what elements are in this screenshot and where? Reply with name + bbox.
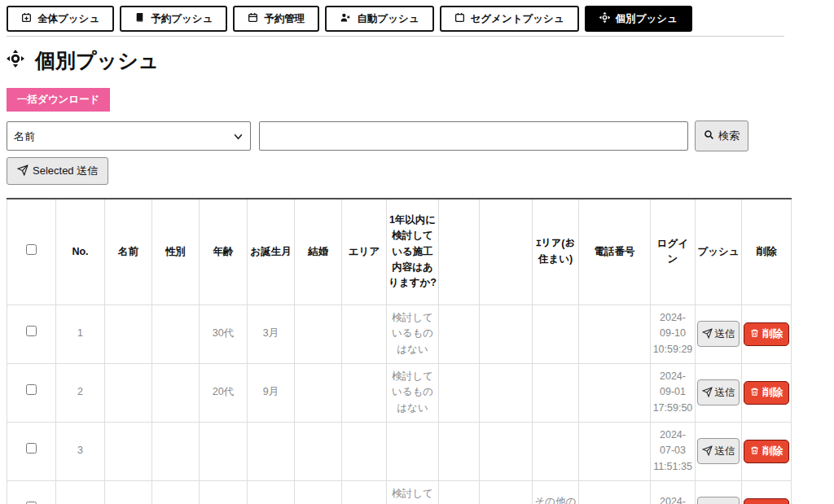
header-empty-2 bbox=[480, 199, 533, 305]
row-checkbox[interactable] bbox=[26, 384, 37, 395]
cell-gender bbox=[152, 480, 200, 504]
cell-empty-2 bbox=[480, 480, 533, 504]
cell-age: 30代 bbox=[200, 480, 248, 504]
calendar-icon bbox=[248, 12, 258, 25]
delete-button[interactable]: 削除 bbox=[744, 322, 789, 346]
cell-gender bbox=[152, 422, 200, 480]
tabbar-divider bbox=[7, 36, 784, 37]
cell-name bbox=[105, 363, 152, 422]
send-button-label: 送信 bbox=[715, 387, 735, 398]
tab-label: 全体プッシュ bbox=[37, 12, 99, 26]
selected-send-button[interactable]: Selected 送信 bbox=[7, 157, 108, 185]
search-field-select[interactable]: 名前 bbox=[7, 121, 251, 151]
header-area: エリア bbox=[342, 199, 387, 305]
send-button[interactable]: 送信 bbox=[697, 379, 740, 405]
header-empty-1 bbox=[439, 199, 480, 305]
send-button[interactable]: 送信 bbox=[697, 438, 740, 464]
cell-renovation-plan bbox=[387, 422, 439, 480]
header-delete: 削除 bbox=[742, 199, 792, 305]
tab-segment-push[interactable]: セグメントプッシュ bbox=[440, 6, 579, 32]
trash-icon bbox=[750, 445, 759, 458]
bulk-download-button[interactable]: 一括ダウンロード bbox=[7, 88, 110, 112]
row-checkbox[interactable] bbox=[26, 443, 37, 454]
cell-no: 1 bbox=[56, 305, 105, 363]
select-all-checkbox[interactable] bbox=[26, 244, 37, 255]
delete-button[interactable]: 削除 bbox=[744, 440, 789, 463]
cell-renovation-plan: 検討しているものはない bbox=[387, 363, 439, 422]
users-table: No. 名前 性別 年齢 お誕生月 結婚 エリア 1年以内に検討している施工内容… bbox=[7, 198, 792, 504]
send-button-label: 送信 bbox=[715, 328, 735, 340]
cell-no: 3 bbox=[56, 422, 105, 480]
cell-birth-month: 3月 bbox=[248, 305, 295, 363]
cell-age: 20代 bbox=[200, 363, 248, 422]
search-button[interactable]: 検索 bbox=[695, 121, 748, 151]
cell-name bbox=[105, 305, 152, 363]
header-login: ログイン bbox=[651, 199, 696, 305]
tab-bar: 全体プッシュ 予約プッシュ 予約管理 自動プッシュ セグメントプッシュ 個別プッ… bbox=[7, 6, 834, 32]
selected-send-label: Selected 送信 bbox=[33, 164, 98, 178]
cell-married bbox=[295, 305, 342, 363]
cell-birth-month: 9月 bbox=[248, 363, 295, 422]
delete-button-label: 削除 bbox=[762, 445, 783, 458]
cell-married bbox=[295, 363, 342, 422]
header-select-all bbox=[7, 199, 56, 305]
cell-married bbox=[295, 422, 342, 480]
cell-login: 2024-10-25 bbox=[651, 480, 696, 504]
send-button[interactable]: 送信 bbox=[697, 321, 740, 347]
cell-area-residence: その他の東京都 bbox=[533, 480, 579, 504]
table-row: 3 2024-07-03 11:51:35 送信 削除 bbox=[7, 422, 792, 480]
cell-area bbox=[342, 305, 387, 363]
header-no: No. bbox=[56, 199, 105, 305]
tab-yoyaku-kanri[interactable]: 予約管理 bbox=[233, 6, 319, 32]
user-x-icon bbox=[340, 12, 351, 25]
move-icon bbox=[599, 12, 610, 25]
table-header-row: No. 名前 性別 年齢 お誕生月 結婚 エリア 1年以内に検討している施工内容… bbox=[7, 199, 792, 305]
row-checkbox[interactable] bbox=[26, 326, 37, 336]
tab-jidou-push[interactable]: 自動プッシュ bbox=[325, 6, 433, 32]
page-root: 全体プッシュ 予約プッシュ 予約管理 自動プッシュ セグメントプッシュ 個別プッ… bbox=[0, 0, 834, 504]
table-row: 1 30代 3月 検討しているものはない 2024-09-10 10:59:29… bbox=[7, 305, 792, 363]
cell-married bbox=[295, 480, 342, 504]
send-button[interactable]: 送信 bbox=[697, 497, 740, 504]
cell-no: 2 bbox=[56, 363, 105, 422]
header-age: 年齢 bbox=[200, 199, 248, 305]
cell-gender bbox=[152, 305, 200, 363]
header-birth-month: お誕生月 bbox=[248, 199, 295, 305]
search-input[interactable] bbox=[259, 121, 688, 151]
header-phone: 電話番号 bbox=[579, 199, 651, 305]
cell-birth-month: 3月 bbox=[248, 480, 295, 504]
cell-name bbox=[105, 422, 152, 480]
tab-label: 予約プッシュ bbox=[151, 12, 213, 26]
send-button-label: 送信 bbox=[715, 445, 735, 457]
cell-phone bbox=[579, 305, 651, 363]
move-icon bbox=[7, 49, 24, 72]
cell-empty-2 bbox=[480, 422, 533, 480]
delete-button-label: 削除 bbox=[762, 386, 783, 400]
header-name: 名前 bbox=[105, 199, 152, 305]
tab-yoyaku-push[interactable]: 予約プッシュ bbox=[120, 6, 227, 32]
search-icon bbox=[704, 129, 714, 142]
table-row: 2 20代 9月 検討しているものはない 2024-09-01 17:59:50… bbox=[7, 363, 792, 422]
header-area-residence: ｴリア(お住まい) bbox=[533, 199, 579, 305]
cell-login: 2024-09-01 17:59:50 bbox=[651, 363, 696, 422]
cell-area bbox=[342, 363, 387, 422]
tab-label: 個別プッシュ bbox=[616, 12, 678, 26]
header-renovation-plan: 1年以内に検討している施工内容はありますか? bbox=[387, 199, 439, 305]
search-row: 名前 検索 bbox=[7, 121, 834, 151]
cell-empty-1 bbox=[439, 363, 480, 422]
page-title: 個別プッシュ bbox=[7, 47, 834, 74]
tab-label: セグメントプッシュ bbox=[471, 12, 564, 26]
delete-button-label: 削除 bbox=[762, 327, 783, 341]
tab-zentai-push[interactable]: 全体プッシュ bbox=[7, 6, 114, 32]
trash-icon bbox=[750, 387, 759, 399]
delete-button[interactable]: 削除 bbox=[744, 498, 789, 504]
tab-label: 自動プッシュ bbox=[357, 12, 419, 26]
cell-area-residence bbox=[533, 363, 579, 422]
cell-phone bbox=[579, 480, 651, 504]
tab-kobetsu-push[interactable]: 個別プッシュ bbox=[585, 6, 692, 32]
delete-button[interactable]: 削除 bbox=[744, 381, 789, 405]
cell-no: 4 bbox=[56, 480, 105, 504]
header-gender: 性別 bbox=[152, 199, 200, 305]
calendar-icon bbox=[454, 12, 465, 25]
cell-login: 2024-07-03 11:51:35 bbox=[651, 422, 696, 480]
